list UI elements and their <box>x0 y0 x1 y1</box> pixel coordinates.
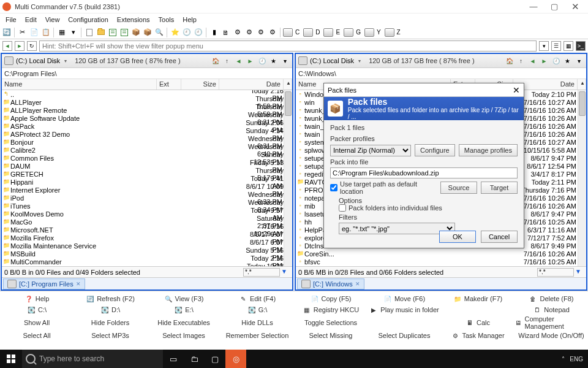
move-icon[interactable] <box>119 27 129 37</box>
maximize-button[interactable]: ▢ <box>544 1 565 13</box>
cmd-button[interactable]: 📁Makedir (F7) <box>441 293 514 304</box>
source-button[interactable]: Source <box>440 182 477 194</box>
cmd-button[interactable]: 🗑Delete (F8) <box>514 293 588 304</box>
term-icon[interactable]: ▮ <box>209 27 219 37</box>
cmd-button[interactable]: ✎Edit (F4) <box>221 293 294 304</box>
hist-icon[interactable]: 🕘 <box>181 27 192 37</box>
file-row[interactable]: 📁BonjourWednesday 6:31 PM <box>2 138 284 146</box>
explorer-icon[interactable]: 🗀 <box>184 350 205 368</box>
cmd-button[interactable]: Show All <box>0 315 74 330</box>
cmd-button[interactable]: ▶Play music in folder <box>368 304 441 315</box>
cmd-button[interactable]: Toggle Selections <box>294 315 368 330</box>
tool5-icon[interactable]: ⚙ <box>255 27 266 37</box>
manage-profiles-button[interactable]: Manage profiles <box>459 144 518 156</box>
filters-select[interactable]: eg. "*.txt" "*.jpg" <box>339 223 455 234</box>
left-path[interactable]: C:\Program Files\ <box>2 68 292 79</box>
layout-icon[interactable]: ▦ <box>56 27 67 37</box>
file-row[interactable]: 📁ALLPlayerThursday 5:59 PM <box>2 98 284 106</box>
left-hist-icon[interactable]: 🕘 <box>257 56 266 66</box>
right-back-icon[interactable]: ◄ <box>528 56 537 66</box>
file-row[interactable]: 📁Mozilla Firefox8/6/17 6:07 PM <box>2 234 284 242</box>
cmd-button[interactable]: 💽C:\ <box>0 304 74 315</box>
dialog-close-icon[interactable]: ✕ <box>513 85 520 95</box>
menu-extensions[interactable]: Extensions <box>113 15 154 25</box>
pack-individual-checkbox[interactable]: Pack folders into individual files <box>339 204 518 212</box>
minimize-button[interactable]: — <box>523 1 544 13</box>
newfolder-icon[interactable] <box>96 27 106 37</box>
col-sort-icon[interactable]: ▲ <box>284 79 292 90</box>
file-row[interactable]: 📁HippaniToday 9:41 AM <box>2 178 284 186</box>
drive-z-icon[interactable] <box>385 28 394 37</box>
file-row[interactable]: 📁MacGoSaturday 2:37 PM <box>2 218 284 226</box>
menu-file[interactable]: File <box>1 15 21 25</box>
funnel-icon[interactable]: ▼ <box>575 268 584 277</box>
right-fwd-icon[interactable]: ► <box>540 56 549 66</box>
chevron-down-icon[interactable]: ▾ <box>358 58 361 64</box>
start-button[interactable] <box>0 350 22 368</box>
tab-close-icon[interactable]: ✕ <box>76 281 81 287</box>
file-row[interactable]: 📁KoolMoves DemoToday 9:57 AM <box>2 210 284 218</box>
file-row[interactable]: 📁GRETECHThursday 5:17 PM <box>2 170 284 178</box>
file-row[interactable]: ↰..Today 2:16 PM <box>2 90 284 98</box>
fav-icon[interactable]: ⭐ <box>170 27 180 37</box>
right-more-icon[interactable]: ▾ <box>575 56 584 66</box>
file-row[interactable]: 📁Microsoft.NET7/16/16 10:29 AM <box>2 226 284 234</box>
taskview-icon[interactable]: ▭ <box>163 350 184 368</box>
cmd-button[interactable]: 📄Move (F6) <box>368 293 441 304</box>
addr-console-icon[interactable]: >_ <box>576 41 586 51</box>
close-button[interactable]: ✕ <box>565 1 586 13</box>
drive-z-label[interactable]: Z <box>397 29 401 36</box>
drive-e-icon[interactable] <box>323 28 333 37</box>
menu-help[interactable]: Help <box>178 15 201 25</box>
file-row[interactable]: 📁OpenToonzToday 10:23 AM <box>2 266 284 266</box>
newfile-icon[interactable] <box>84 27 94 37</box>
cmd-button[interactable]: 🖥Computer Management <box>514 315 588 330</box>
cmd-button[interactable]: 🗒Notepad <box>514 304 588 315</box>
left-tab[interactable]: [C:] Program Files ✕ <box>3 278 85 289</box>
cmd-button[interactable]: Select All <box>0 330 74 341</box>
col-size[interactable]: Size <box>181 79 219 90</box>
file-row[interactable]: 📁Common FilesSunday 12:53 PM <box>2 154 284 162</box>
file-row[interactable]: 📁ASPackSunday 2:06 PM <box>2 122 284 130</box>
col-ext[interactable]: Ext <box>157 79 181 90</box>
cmd-button[interactable]: ⚙Task Manager <box>441 330 514 341</box>
cut-icon[interactable]: ✂ <box>17 27 28 37</box>
hist2-icon[interactable]: 🕘 <box>193 27 203 37</box>
cmd-button[interactable]: 📄Copy (F5) <box>294 293 368 304</box>
left-more-icon[interactable]: ▾ <box>281 56 290 66</box>
text-icon[interactable]: 🗎 <box>221 27 231 37</box>
cmd-button[interactable]: Select MP3s <box>74 330 147 341</box>
col-date[interactable]: Date <box>219 79 284 90</box>
packinto-input[interactable] <box>330 167 518 178</box>
menu-tools[interactable]: Tools <box>154 15 179 25</box>
left-back-icon[interactable]: ◄ <box>234 56 243 66</box>
address-input[interactable] <box>39 40 537 52</box>
file-row[interactable]: 📁Apple Software UpdateWednesday 6:31 PM <box>2 114 284 122</box>
cancel-button[interactable]: Cancel <box>481 231 518 243</box>
file-row[interactable]: ▫autologonlog2538/6/17 12:51 PM <box>296 266 578 266</box>
cmd-button[interactable]: Hide Executables <box>147 315 221 330</box>
back-icon[interactable]: ◄ <box>2 41 12 51</box>
file-row[interactable]: 📁iTunesWednesday 6:34 PM <box>2 202 284 210</box>
copy2-icon[interactable] <box>107 27 118 37</box>
tray-chevron-icon[interactable]: ˄ <box>562 356 565 362</box>
find-icon[interactable]: 🔍 <box>154 27 164 37</box>
tool4-icon[interactable]: ⚙ <box>244 27 254 37</box>
left-scrollbar[interactable] <box>284 90 292 266</box>
file-row[interactable]: 📁ASProtect 32 DemoSunday 4:14 PM <box>2 130 284 138</box>
right-drive-label[interactable]: (C:) Local Disk <box>310 57 354 64</box>
left-up-icon[interactable]: ↑ <box>222 56 232 66</box>
multicommander-task-icon[interactable]: ◎ <box>225 350 246 368</box>
cmd-button[interactable]: 💽E:\ <box>147 304 221 315</box>
taskbar-search[interactable]: Type here to search <box>22 350 163 368</box>
drive-c-label[interactable]: C <box>295 29 300 36</box>
drive-y-icon[interactable] <box>364 28 374 37</box>
cmd-button[interactable]: 💽G:\ <box>221 304 294 315</box>
drive-d-icon[interactable] <box>303 28 313 37</box>
cmd-button[interactable]: Select Missing <box>294 330 368 341</box>
pref-icon[interactable]: ⚙ <box>267 27 277 37</box>
left-drive-label[interactable]: (C:) Local Disk <box>16 57 60 64</box>
drive-y-label[interactable]: Y <box>377 29 381 36</box>
left-home-icon[interactable]: 🏠 <box>211 56 220 66</box>
right-up-icon[interactable]: ↑ <box>516 56 526 66</box>
